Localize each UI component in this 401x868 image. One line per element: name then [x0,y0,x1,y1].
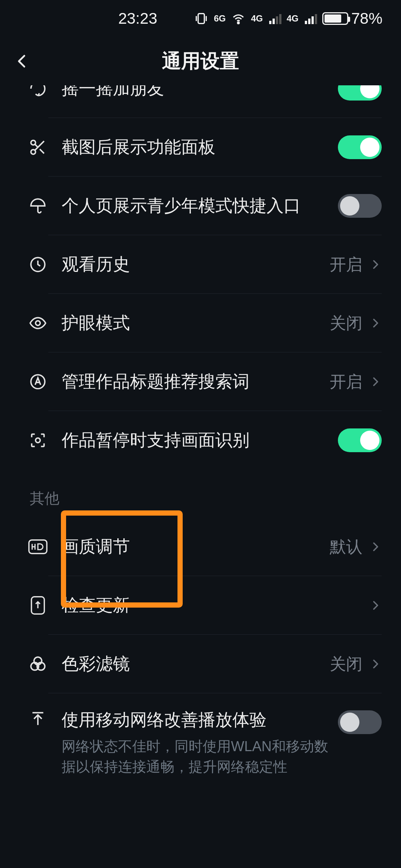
shake-icon [27,85,49,98]
setting-label: 摇一摇加朋友 [62,85,338,100]
setting-label: 画质调节 [62,536,330,558]
battery-percent: 78% [351,10,382,27]
signal-icon-1 [268,12,281,25]
wifi-icon [231,11,246,26]
eye-icon [27,314,49,332]
setting-label: 使用移动网络改善播放体验 [62,709,338,731]
setting-description: 网络状态不佳时，同时使用WLAN和移动数据以保持连接通畅，提升网络稳定性 [62,736,338,777]
scissors-icon [27,138,49,157]
svg-rect-6 [305,21,307,24]
toggle-shake-add-friend[interactable] [338,85,382,101]
setting-value: 开启 [330,254,362,276]
chevron-right-icon [369,375,382,388]
setting-label: 个人页展示青少年模式快捷入口 [62,195,338,217]
chevron-right-icon [369,658,382,670]
app-header: 通用设置 [0,37,401,85]
settings-scroll-area[interactable]: 摇一摇加朋友 截图后展示功能面板 个人页展示青少年模式快捷入口 [0,85,401,868]
svg-point-10 [31,140,36,145]
setting-label: 作品暂停时支持画面识别 [62,429,338,451]
scan-icon [27,431,49,450]
svg-line-14 [35,144,38,147]
svg-point-1 [238,22,239,24]
setting-title-search-keywords[interactable]: 管理作品标题推荐搜索词 开启 [0,352,401,411]
section-heading-other: 其他 [0,470,401,517]
status-indicators: 6G 4G 4G 78% [194,10,382,27]
setting-value: 关闭 [330,653,362,675]
letter-a-icon [27,372,49,391]
svg-rect-7 [308,19,310,24]
upload-arrow-icon [27,710,49,729]
setting-label: 截图后展示功能面板 [62,136,338,158]
setting-color-filter[interactable]: 色彩滤镜 关闭 [0,635,401,693]
setting-shake-add-friend[interactable]: 摇一摇加朋友 [0,85,401,118]
network-4g-label-2: 4G [287,13,299,24]
status-bar: 23:23 6G 4G 4G 78% [0,0,401,37]
chevron-right-icon [369,599,382,612]
setting-label: 观看历史 [62,253,330,276]
signal-icon-2 [304,12,317,25]
svg-point-11 [31,149,36,154]
battery-indicator: 78% [322,10,382,27]
color-filter-icon [27,655,49,673]
svg-point-16 [36,321,40,326]
svg-rect-3 [273,19,275,24]
svg-rect-9 [315,14,317,24]
vibrate-icon [194,11,209,26]
toggle-pause-frame-recognition[interactable] [338,428,382,452]
setting-label: 管理作品标题推荐搜索词 [62,371,330,393]
back-button[interactable] [0,37,45,85]
network-4g-label-1: 4G [251,13,263,24]
page-title: 通用设置 [0,48,401,74]
chevron-left-icon [14,53,30,69]
setting-pause-frame-recognition[interactable]: 作品暂停时支持画面识别 [0,411,401,470]
setting-check-update[interactable]: 检查更新 [0,576,401,635]
update-icon [27,595,49,615]
svg-rect-2 [269,21,271,24]
setting-eye-care-mode[interactable]: 护眼模式 关闭 [0,294,401,352]
setting-video-quality[interactable]: 画质调节 默认 [0,517,401,576]
toggle-screenshot-panel[interactable] [338,135,382,159]
setting-label: 检查更新 [62,594,369,617]
setting-value: 关闭 [330,312,362,334]
svg-rect-8 [312,16,314,24]
setting-label: 色彩滤镜 [62,653,330,675]
svg-rect-0 [198,14,205,24]
status-time: 23:23 [0,10,194,27]
svg-point-18 [36,438,40,443]
setting-value: 默认 [330,536,362,558]
setting-mobile-data-boost[interactable]: 使用移动网络改善播放体验 网络状态不佳时，同时使用WLAN和移动数据以保持连接通… [0,693,401,793]
umbrella-icon [27,197,49,215]
svg-line-13 [40,149,44,154]
setting-watch-history[interactable]: 观看历史 开启 [0,235,401,294]
network-6g-label: 6G [214,13,226,24]
clock-icon [27,255,49,274]
chevron-right-icon [369,540,382,553]
chevron-right-icon [369,317,382,329]
setting-teen-mode-shortcut[interactable]: 个人页展示青少年模式快捷入口 [0,177,401,235]
hd-icon [27,539,49,555]
setting-value: 开启 [330,371,362,393]
svg-rect-5 [279,14,281,24]
toggle-mobile-data-boost[interactable] [338,710,382,734]
setting-screenshot-panel[interactable]: 截图后展示功能面板 [0,118,401,177]
toggle-teen-mode-shortcut[interactable] [338,194,382,218]
svg-rect-4 [276,16,278,24]
chevron-right-icon [369,258,382,271]
battery-fill [325,14,341,23]
setting-label: 护眼模式 [62,312,330,334]
